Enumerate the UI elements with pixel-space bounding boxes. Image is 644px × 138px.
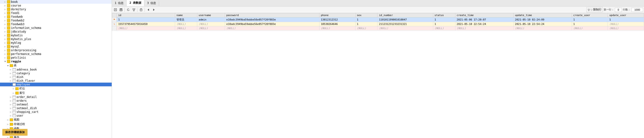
db-performance-schema[interactable]: ▷ performance_schema (0, 52, 112, 56)
table-row[interactable]: ✎ 1557379544575016450 (NULL) (NULL) e10a… (112, 22, 644, 26)
db-reggie[interactable]: ▼ reggie (0, 60, 112, 63)
table-row[interactable]: (NULL) (NULL) (NULL) (NULL) (NULL) (NULL… (112, 26, 644, 30)
cell-name[interactable]: (NULL) (175, 22, 197, 26)
cell-idnumber[interactable]: (NULL) (378, 26, 433, 30)
toolbar-new-btn[interactable] (113, 7, 118, 12)
subfolder-columns[interactable]: ▷ 栏位 (0, 86, 112, 91)
cell-create-user[interactable]: (NULL) (572, 26, 608, 30)
cell-name[interactable]: 管理员 (175, 17, 197, 22)
db-book[interactable]: ▷ book (0, 0, 112, 4)
table-label: address_book (16, 68, 37, 71)
cell-name[interactable]: (NULL) (175, 26, 197, 30)
table-setmeal-dish[interactable]: ▷ setmeal_dish (0, 106, 112, 110)
toolbar-prev-btn[interactable] (146, 7, 151, 12)
svg-rect-8 (140, 9, 142, 11)
db-foodweb3[interactable]: ▷ foodweb3 (0, 22, 112, 26)
db-course[interactable]: ▷ course (0, 4, 112, 7)
cell-password[interactable]: e10adc3949ba59abbe56e057f20f883e (225, 22, 319, 26)
cell-sex[interactable]: (NULL) (355, 26, 378, 30)
expand-icon: ▷ (9, 79, 12, 82)
folder-views[interactable]: ▷ 视图 (0, 118, 112, 122)
cell-id[interactable]: (NULL) (117, 26, 175, 30)
db-orderprocessing[interactable]: ▷ orderprocessing (0, 48, 112, 52)
db-jdbcstudy[interactable]: ▷ jdbcstudy (0, 30, 112, 33)
table-dish-flavor[interactable]: ▷ dish_flavor (0, 79, 112, 83)
data-table: id name username password phone sex id_n… (112, 13, 644, 30)
db-myblog[interactable]: ▷ myblog (0, 41, 112, 45)
table-setmeal[interactable]: ▷ setmeal (0, 103, 112, 106)
db-dormitory[interactable]: ▷ dormitory (0, 7, 112, 11)
cell-update-user[interactable]: (NULL) (608, 26, 644, 30)
db-food1[interactable]: ▷ food1 (0, 11, 112, 15)
subfolder-indexes[interactable]: ▷ 索引 (0, 91, 112, 95)
cell-create-user[interactable]: 1 (572, 17, 608, 22)
table-address-book[interactable]: ▷ address_book (0, 68, 112, 71)
cell-create-time[interactable]: 2021-05-10 22:54:24 (455, 22, 514, 26)
table-dish[interactable]: ▷ dish (0, 75, 112, 79)
cell-id[interactable]: 1557379544575016450 (117, 22, 175, 26)
rows-input[interactable] (632, 8, 643, 12)
folder-tables[interactable]: ▼ 表 (0, 63, 112, 68)
cell-phone[interactable]: 18530264646 (319, 22, 355, 26)
cell-create-time[interactable]: 2021-05-06 17:20:07 (455, 17, 514, 22)
table-row[interactable]: 1 管理员 admin e10adc3949ba59abbe56e057f20f… (112, 17, 644, 22)
cell-update-user[interactable]: 1 (608, 17, 644, 22)
cell-password[interactable]: e10adc3949ba59abbe56e057f20f883e (225, 17, 319, 22)
toolbar-delete-btn[interactable] (138, 7, 144, 12)
db-petclinic[interactable]: ▷ petclinic (0, 56, 112, 60)
cell-idnumber[interactable]: 211231231233231321 (378, 22, 433, 26)
db-icon (7, 41, 10, 44)
cell-update-user[interactable]: (NULL) (608, 22, 644, 26)
filter-dropdown-btn[interactable]: 限制行 (586, 7, 603, 12)
table-order-detail[interactable]: ▷ order_detail (0, 95, 112, 99)
cell-username[interactable]: (NULL) (197, 22, 225, 26)
cell-idnumber[interactable]: 110101199001010047 (378, 17, 433, 22)
table-icon (12, 103, 16, 106)
tab-tabledata[interactable]: 2 表数据 (126, 0, 144, 6)
cell-sex[interactable]: 1 (355, 17, 378, 22)
first-row-input[interactable] (615, 8, 622, 12)
table-label: dish (16, 75, 23, 79)
table-shopping-cart[interactable]: ▷ shopping_cart (0, 110, 112, 114)
cell-status[interactable]: (NULL) (433, 26, 455, 30)
cell-phone[interactable]: (NULL) (319, 26, 355, 30)
cell-update-time[interactable]: 2021-05-10 22:54:24 (514, 22, 572, 26)
cell-create-time[interactable]: (NULL) (455, 26, 514, 30)
col-status: status (433, 13, 455, 17)
folder-procedures[interactable]: ▷ 存储过程 (0, 122, 112, 126)
cell-phone[interactable]: 13812312312 (319, 17, 355, 22)
db-information-schema[interactable]: ▷ information_schema (0, 26, 112, 30)
db-foodweb2[interactable]: ▷ foodweb2 (0, 19, 112, 22)
toolbar: 限制行 第一行： 行数： (112, 6, 644, 13)
cell-password[interactable]: (NULL) (225, 26, 319, 30)
toolbar-refresh-btn[interactable] (126, 7, 131, 12)
cell-status[interactable]: 1 (433, 17, 455, 22)
table-label: category (16, 72, 30, 75)
expand-icon: ▷ (9, 103, 12, 106)
expand-icon: ▷ (9, 96, 12, 98)
cell-sex[interactable]: 1 (355, 22, 378, 26)
svg-marker-11 (148, 9, 149, 11)
cell-update-time[interactable]: 2021-05-10 02:24:09 (514, 17, 572, 22)
cell-username[interactable]: (NULL) (197, 26, 225, 30)
table-user[interactable]: ▷ user (0, 114, 112, 118)
folder-label: 事件 (14, 136, 19, 138)
save-continue-button[interactable]: 保存并继续添加 (2, 129, 28, 136)
db-mybatis[interactable]: ▷ mybatis (0, 33, 112, 37)
db-mysql[interactable]: ▷ mysql (0, 45, 112, 48)
toolbar-next-btn[interactable] (151, 7, 156, 12)
cell-id[interactable]: 1 (117, 17, 175, 22)
db-foodweb[interactable]: ▷ foodweb (0, 15, 112, 19)
cell-username[interactable]: admin (197, 17, 225, 22)
toolbar-filter-btn[interactable] (131, 7, 136, 12)
table-employee[interactable]: ▼ employee (0, 83, 112, 86)
cell-update-time[interactable]: (NULL) (514, 26, 572, 30)
table-category[interactable]: ▷ category (0, 71, 112, 75)
db-mybatis-plus[interactable]: ▷ mybatis_plus (0, 37, 112, 41)
cell-create-user[interactable]: 1 (572, 22, 608, 26)
table-orders[interactable]: ▷ orders (0, 99, 112, 103)
tab-info2[interactable]: 3 信息 (144, 0, 159, 6)
cell-status[interactable]: 1 (433, 22, 455, 26)
tab-info[interactable]: 1 信息 (112, 0, 126, 6)
toolbar-save-btn[interactable] (118, 7, 124, 12)
